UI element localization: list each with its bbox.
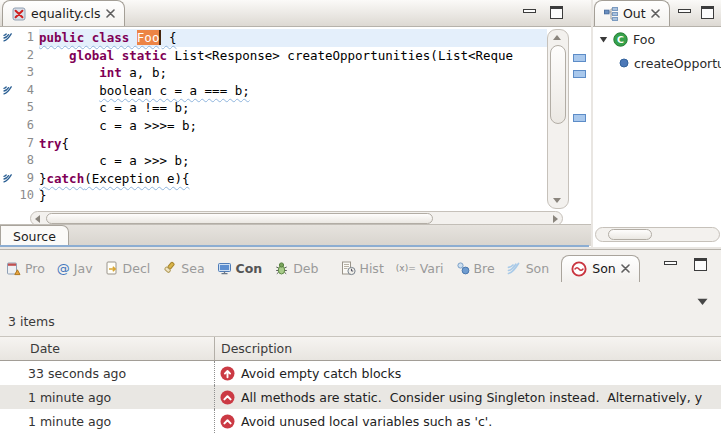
code-line: } (39, 187, 547, 205)
horizontal-scrollbar[interactable] (595, 227, 720, 242)
view-tab-label: Con (236, 261, 263, 276)
issue-description: Avoid empty catch blocks (241, 366, 401, 381)
method-icon (619, 58, 629, 68)
view-tab-sea[interactable]: Sea (162, 261, 204, 276)
ruler-issue-marker[interactable] (573, 114, 586, 122)
scroll-up-arrow-icon[interactable] (553, 35, 561, 40)
severity-major-icon (220, 414, 235, 429)
view-tab-son[interactable]: Son (507, 261, 550, 276)
outline-item-createopportunities[interactable]: createOpportunities (593, 51, 721, 75)
vertical-scrollbar[interactable] (547, 29, 569, 209)
view-tab-jav[interactable]: @Jav (57, 261, 93, 276)
source-tab[interactable]: Source (0, 225, 69, 247)
view-tab-label: Son (592, 261, 616, 276)
outline-item-label: createOpportunities (634, 56, 721, 71)
view-menu-icon[interactable] (697, 298, 708, 306)
maximize-button[interactable] (550, 6, 563, 19)
scroll-right-arrow-icon[interactable] (553, 215, 558, 223)
code-line: int a, b; (39, 64, 547, 82)
editor-panel: equality.cls 12345678910 public class Fo… (0, 0, 591, 247)
problems-icon (6, 261, 21, 276)
search-icon (162, 261, 177, 276)
table-header: Date Description (0, 336, 721, 361)
issue-date: 1 minute ago (0, 385, 215, 409)
line-number: 1 (15, 29, 34, 47)
tree-expander-icon (599, 35, 608, 44)
view-tab-label: Jav (74, 261, 93, 276)
view-tab-bre[interactable]: Bre (456, 261, 495, 276)
view-tab-con[interactable]: Con (217, 261, 263, 276)
close-icon[interactable] (651, 9, 660, 18)
outline-item-foo[interactable]: CFoo (593, 27, 721, 51)
gutter-cell (1, 99, 15, 117)
items-count-label: 3 items (8, 314, 55, 329)
line-number: 6 (15, 117, 34, 135)
gutter-cell (1, 117, 15, 135)
issue-row[interactable]: 33 seconds agoAvoid empty catch blocks (0, 361, 721, 385)
overview-ruler[interactable] (570, 29, 588, 207)
gutter-cell (1, 152, 15, 170)
code-editor[interactable]: 12345678910 public class Foo { global st… (0, 27, 591, 210)
console-icon (217, 261, 232, 276)
view-tab-pro[interactable]: Pro (6, 261, 45, 276)
outline-tree[interactable]: CFoocreateOpportunities (593, 27, 721, 225)
line-number: 8 (15, 152, 34, 170)
issue-description: All methods are static. Consider using S… (241, 390, 702, 405)
minimize-button[interactable] (678, 9, 691, 13)
view-tab-label: Pro (25, 261, 45, 276)
gutter-cell (1, 64, 15, 82)
line-number: 4 (15, 82, 34, 100)
gutter-issue-marker[interactable] (1, 29, 15, 47)
issue-row[interactable]: 1 minute agoAll methods are static. Cons… (0, 385, 721, 409)
horizontal-scroll-thumb[interactable] (608, 229, 652, 240)
view-tab-son-active[interactable]: Son (561, 255, 640, 282)
outline-panel: Out CFoocreateOpportunities (593, 0, 721, 247)
column-header-date[interactable]: Date (0, 337, 215, 360)
table-body: 33 seconds agoAvoid empty catch blocks1 … (0, 361, 721, 433)
outline-tab-title: Out (623, 6, 646, 21)
editor-tab-equality[interactable]: equality.cls (2, 0, 125, 26)
code-line: try{ (39, 135, 547, 153)
view-tab-label: Bre (474, 261, 495, 276)
view-tab-deb[interactable]: Deb (274, 261, 318, 276)
minimize-button[interactable] (523, 9, 536, 13)
declaration-icon (105, 261, 119, 275)
scroll-left-arrow-icon[interactable] (35, 215, 40, 223)
gutter-cell (1, 135, 15, 153)
outline-tab[interactable]: Out (594, 0, 670, 26)
editor-gutter (1, 29, 15, 205)
ruler-issue-marker[interactable] (573, 70, 586, 78)
minimize-button[interactable] (664, 261, 677, 265)
bottom-view-panel: Pro@JavDeclSeaConDebHist(x)=VariBreSonSo… (0, 249, 721, 448)
scroll-down-arrow-icon[interactable] (553, 198, 561, 203)
debug-icon (274, 261, 289, 276)
close-icon[interactable] (106, 9, 115, 18)
ruler-issue-marker[interactable] (573, 54, 586, 62)
gutter-cell (1, 47, 15, 65)
gutter-issue-marker[interactable] (1, 82, 15, 100)
line-number: 2 (15, 47, 34, 65)
close-icon[interactable] (621, 264, 630, 273)
sonarlint-report-icon (507, 261, 522, 276)
line-number: 5 (15, 99, 34, 117)
view-tab-hist[interactable]: Hist (341, 261, 384, 276)
issue-row[interactable]: 1 minute agoAvoid unused local variables… (0, 409, 721, 433)
maximize-button[interactable] (694, 258, 707, 271)
highlighted-occurrence: Foo (137, 30, 162, 45)
column-header-description[interactable]: Description (215, 337, 292, 360)
outline-icon (604, 7, 618, 21)
javadoc-icon: @ (57, 261, 70, 276)
vertical-scroll-thumb[interactable] (550, 45, 566, 124)
line-number: 10 (15, 187, 34, 205)
maximize-button[interactable] (701, 6, 714, 19)
view-tab-vari[interactable]: (x)=Vari (396, 261, 444, 276)
source-tab-label: Source (13, 229, 56, 244)
view-tab-label: Sea (181, 261, 204, 276)
sonarlint-marker-icon (3, 173, 14, 184)
horizontal-scroll-thumb[interactable] (46, 213, 433, 224)
view-tab-decl[interactable]: Decl (105, 261, 151, 276)
line-number: 7 (15, 135, 34, 153)
history-icon (341, 261, 356, 276)
gutter-issue-marker[interactable] (1, 170, 15, 188)
code-area[interactable]: public class Foo { global static List<Re… (39, 29, 547, 205)
